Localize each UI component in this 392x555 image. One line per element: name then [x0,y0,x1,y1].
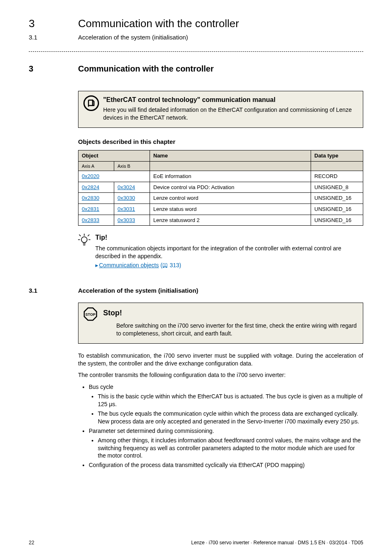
header-section-number: 3.1 [29,33,78,42]
page-reference: (🕮 313) [160,262,181,268]
object-link[interactable]: 0x2020 [82,173,99,179]
object-link[interactable]: 0x2831 [82,206,99,212]
cell-type: UNSIGNED_16 [311,204,363,215]
objects-table: Object Name Data type Axis A Axis B 0x20… [78,150,363,226]
tip-text: The communication objects important for … [95,245,363,260]
info-box-text: Here you will find detailed information … [103,106,357,122]
list-item-text: Parameter set determined during commissi… [89,428,214,434]
info-box-title: "EtherCAT control technology" communicat… [103,95,357,104]
cell-type: UNSIGNED_16 [311,215,363,226]
cell-type: UNSIGNED_8 [311,182,363,193]
header-section-title: Acceleration of the system (initialisati… [78,33,188,42]
axis-a-header: Axis A [78,161,114,171]
object-link[interactable]: 0x3031 [118,206,135,212]
objects-heading: Objects described in this chapter [78,138,363,146]
bullet-list: Bus cycle This is the basic cycle within… [78,383,363,469]
svg-line-4 [79,235,81,236]
section-number: 3 [29,63,78,74]
axis-b-header: Axis B [114,161,150,171]
th-name: Name [150,150,311,161]
communication-objects-link[interactable]: Communication objects [99,262,159,268]
subsection-number: 3.1 [29,287,78,295]
svg-point-0 [81,237,87,243]
object-link[interactable]: 0x2833 [82,217,99,223]
info-box: "EtherCAT control technology" communicat… [78,91,363,127]
cell-name: Lenze status word [150,204,311,215]
subsection-title: Acceleration of the system (initialisati… [78,287,198,295]
th-name-cont [150,161,311,171]
object-link[interactable]: 0x3024 [118,184,135,190]
section-title: Communication with the controller [78,63,214,74]
list-item: Bus cycle This is the basic cycle within… [89,383,363,425]
cell-name: Device control via PDO: Activation [150,182,311,193]
cell-type: RECORD [311,171,363,182]
list-item: Parameter set determined during commissi… [89,427,363,460]
table-row: 0x2020 EoE information RECORD [78,171,363,182]
page-footer: 22 Lenze · i700 servo inverter · Referen… [29,539,363,546]
th-type-cont [311,161,363,171]
th-data-type: Data type [311,150,363,161]
table-row: 0x2824 0x3024 Device control via PDO: Ac… [78,182,363,193]
stop-label: Stop! [103,308,357,318]
svg-text:STOP: STOP [85,312,95,317]
lightbulb-icon [78,233,95,269]
list-item-text: Bus cycle [89,384,113,390]
cell-name: EoE information [150,171,311,182]
object-link[interactable]: 0x2830 [82,195,99,201]
stop-icon: STOP [83,307,97,321]
book-icon [83,95,99,111]
list-item: Configuration of the process data transm… [89,461,363,469]
paragraph: The controller transmits the following c… [78,371,363,379]
object-link[interactable]: 0x2824 [82,184,99,190]
object-link[interactable]: 0x3033 [118,217,135,223]
cell-name: Lenze control word [150,193,311,204]
svg-line-5 [88,235,89,236]
th-object: Object [78,150,150,161]
cell-type: UNSIGNED_16 [311,193,363,204]
table-row: 0x2830 0x3030 Lenze control word UNSIGNE… [78,193,363,204]
divider [29,51,363,52]
list-item: The bus cycle equals the communication c… [98,410,363,426]
stop-box: STOP Stop! Before switching on the i700 … [78,303,363,344]
chapter-number: 3 [29,16,78,31]
paragraph: To establish communication, the i700 ser… [78,352,363,368]
table-row: 0x2831 0x3031 Lenze status word UNSIGNED… [78,204,363,215]
cell-name: Lenze statusword 2 [150,215,311,226]
arrow-icon: ▸ [95,262,98,268]
stop-text: Before switching on the i700 servo inver… [116,322,357,338]
page-number: 22 [29,539,34,546]
table-row: 0x2833 0x3033 Lenze statusword 2 UNSIGNE… [78,215,363,226]
document-reference: Lenze · i700 servo inverter · Reference … [191,539,363,546]
chapter-title: Communication with the controller [78,16,239,31]
list-item: Among other things, it includes informat… [98,437,363,460]
list-item: This is the basic cycle within which the… [98,393,363,408]
object-link[interactable]: 0x3030 [118,195,135,201]
tip-label: Tip! [95,233,363,242]
